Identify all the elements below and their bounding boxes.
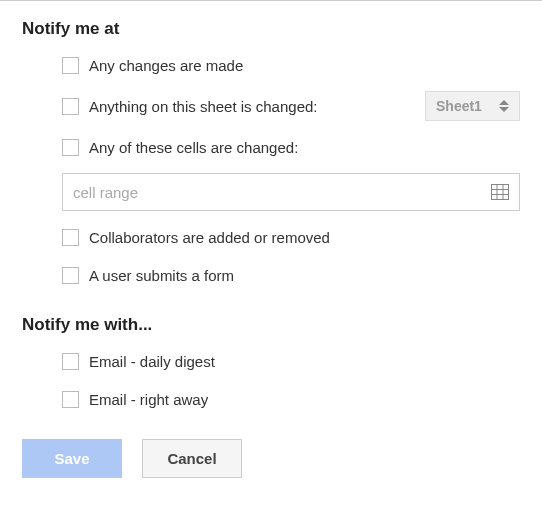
- notify-at-section: Notify me at Any changes are made Anythi…: [22, 19, 520, 287]
- checkbox-sheet-changed[interactable]: [62, 98, 79, 115]
- checkbox-daily-digest[interactable]: [62, 353, 79, 370]
- cell-range-input[interactable]: [73, 184, 491, 201]
- checkbox-any-changes[interactable]: [62, 57, 79, 74]
- label-form-submit: A user submits a form: [89, 267, 234, 284]
- option-daily-digest: Email - daily digest: [62, 349, 520, 373]
- option-sheet-changed: Anything on this sheet is changed: Sheet…: [62, 91, 520, 121]
- sheet-select[interactable]: Sheet1: [425, 91, 520, 121]
- sort-icon: [499, 100, 509, 112]
- save-button[interactable]: Save: [22, 439, 122, 478]
- checkbox-form-submit[interactable]: [62, 267, 79, 284]
- notify-at-header: Notify me at: [22, 19, 520, 39]
- label-daily-digest: Email - daily digest: [89, 353, 215, 370]
- label-any-changes: Any changes are made: [89, 57, 243, 74]
- option-form-submit: A user submits a form: [62, 263, 520, 287]
- cell-range-wrapper: [62, 173, 520, 211]
- notify-with-header: Notify me with...: [22, 315, 520, 335]
- option-cells-changed: Any of these cells are changed:: [62, 135, 520, 159]
- grid-icon[interactable]: [491, 184, 509, 200]
- checkbox-cells-changed[interactable]: [62, 139, 79, 156]
- cell-range-row: [62, 173, 520, 211]
- option-right-away: Email - right away: [62, 387, 520, 411]
- notify-with-section: Notify me with... Email - daily digest E…: [22, 315, 520, 411]
- button-row: Save Cancel: [22, 439, 520, 478]
- checkbox-collaborators[interactable]: [62, 229, 79, 246]
- svg-rect-0: [492, 185, 509, 200]
- sheet-select-value: Sheet1: [436, 98, 482, 114]
- label-right-away: Email - right away: [89, 391, 208, 408]
- option-collaborators: Collaborators are added or removed: [62, 225, 520, 249]
- checkbox-right-away[interactable]: [62, 391, 79, 408]
- label-collaborators: Collaborators are added or removed: [89, 229, 330, 246]
- label-cells-changed: Any of these cells are changed:: [89, 139, 298, 156]
- cancel-button[interactable]: Cancel: [142, 439, 242, 478]
- label-sheet-changed: Anything on this sheet is changed:: [89, 98, 318, 115]
- option-any-changes: Any changes are made: [62, 53, 520, 77]
